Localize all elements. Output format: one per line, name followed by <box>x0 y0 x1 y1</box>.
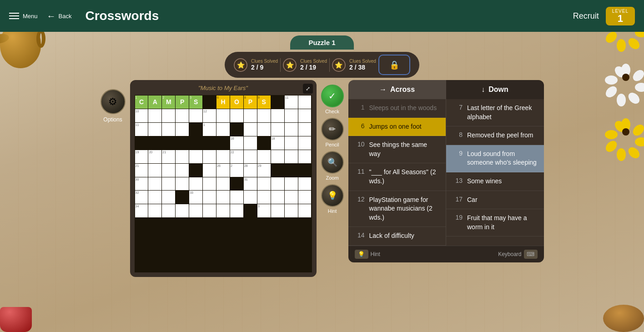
puzzle-tab[interactable]: Puzzle 1 <box>290 35 353 50</box>
cell-7-11[interactable] <box>271 177 284 191</box>
cell-3-3[interactable] <box>162 123 175 136</box>
cell-2-13[interactable] <box>298 109 312 122</box>
cell-5-2[interactable]: 20 <box>148 150 161 163</box>
tab-down[interactable]: ↓ Down <box>446 80 544 99</box>
cell-1-1[interactable]: 1C <box>135 96 148 109</box>
cell-2-1[interactable]: 10 <box>135 109 148 122</box>
cell-9-6[interactable] <box>203 204 216 217</box>
down-clue-13[interactable]: 13 Some wines <box>446 172 544 191</box>
cell-1-8[interactable]: O <box>230 96 243 109</box>
expand-button[interactable]: ⤢ <box>303 84 313 94</box>
crossword-grid[interactable]: 1C A 2M P 3S 6H O 8P 9S 11 10 12 <box>135 95 312 272</box>
menu-button[interactable] <box>9 13 19 19</box>
cell-9-11[interactable] <box>271 204 284 217</box>
cell-9-3[interactable] <box>162 204 175 217</box>
cell-6-9[interactable]: 28 <box>244 164 257 177</box>
cell-2-7[interactable] <box>216 109 230 122</box>
cell-5-5[interactable] <box>189 150 202 163</box>
check-tool[interactable]: ✓ Check <box>321 85 344 114</box>
cell-7-3[interactable] <box>162 177 175 191</box>
cell-5-10[interactable] <box>257 150 271 163</box>
cell-8-6[interactable] <box>203 191 216 204</box>
cell-8-10[interactable] <box>257 191 271 204</box>
across-clue-6[interactable]: 6 Jumps on one foot <box>348 118 446 136</box>
cell-4-11[interactable]: 18 <box>271 136 284 150</box>
cell-8-5[interactable]: 33 <box>189 191 202 204</box>
cell-9-1[interactable]: 34 <box>135 204 148 217</box>
cell-5-11[interactable] <box>271 150 284 163</box>
cell-3-2[interactable] <box>148 123 161 136</box>
cell-6-3[interactable] <box>162 164 175 177</box>
across-clue-1[interactable]: 1 Sleeps out in the woods <box>348 99 446 118</box>
cell-5-9[interactable] <box>244 150 257 163</box>
cell-8-13[interactable] <box>298 191 312 204</box>
cell-1-9[interactable]: 8P <box>244 96 257 109</box>
cell-5-4[interactable] <box>176 150 189 163</box>
cell-7-1[interactable]: 30 <box>135 177 148 191</box>
cell-8-12[interactable] <box>285 191 298 204</box>
cell-1-10[interactable]: 9S <box>257 96 271 109</box>
cell-2-5[interactable] <box>189 109 202 122</box>
cell-5-13[interactable] <box>298 150 312 163</box>
cell-7-9[interactable]: 31 <box>244 177 257 191</box>
zoom-tool[interactable]: 🔍 Zoom <box>321 151 344 181</box>
cell-6-8[interactable]: 2 <box>230 164 243 177</box>
cell-2-10[interactable] <box>257 109 271 122</box>
cell-6-10[interactable]: 29 <box>257 164 271 177</box>
cell-9-7[interactable] <box>216 204 230 217</box>
cell-5-6[interactable] <box>203 150 216 163</box>
cell-1-5[interactable]: 3S <box>189 96 202 109</box>
across-clue-11[interactable]: 11 "___ for All Seasons" (2 wds.) <box>348 163 446 191</box>
cell-9-8[interactable] <box>230 204 243 217</box>
cell-7-10[interactable] <box>257 177 271 191</box>
cell-2-8[interactable] <box>230 109 243 122</box>
cell-3-10[interactable] <box>257 123 271 136</box>
down-clue-7[interactable]: 7 Last letter of the Greek alphabet <box>446 99 544 126</box>
down-clue-17[interactable]: 17 Car <box>446 191 544 210</box>
cell-9-13[interactable] <box>298 204 312 217</box>
cell-6-6[interactable] <box>203 164 216 177</box>
down-clue-9[interactable]: 9 Loud sound from someone who's sleeping <box>446 145 544 172</box>
cell-5-3[interactable]: 21 <box>162 150 175 163</box>
cell-4-9[interactable] <box>244 136 257 150</box>
cell-6-2[interactable] <box>148 164 161 177</box>
cell-4-12[interactable] <box>285 136 298 150</box>
cell-6-1[interactable]: 21 <box>135 164 148 177</box>
cell-2-6[interactable]: 12 <box>203 109 216 122</box>
cell-7-4[interactable] <box>176 177 189 191</box>
cell-7-2[interactable] <box>148 177 161 191</box>
hint-tool[interactable]: 💡 Hint <box>321 184 344 214</box>
cell-9-12[interactable] <box>285 204 298 217</box>
cell-8-7[interactable] <box>216 191 230 204</box>
cell-8-2[interactable] <box>148 191 161 204</box>
cell-4-8[interactable]: 16 <box>230 136 243 150</box>
cell-1-7[interactable]: 6H <box>216 96 230 109</box>
keyboard-button[interactable]: Keyboard ⌨ <box>498 250 537 259</box>
cell-1-12[interactable]: 11 <box>285 96 298 109</box>
cell-3-6[interactable]: 1 <box>203 123 216 136</box>
tab-across[interactable]: → Across <box>348 80 446 99</box>
options-button[interactable]: ⚙ <box>101 89 126 114</box>
cell-4-13[interactable] <box>298 136 312 150</box>
cell-9-4[interactable] <box>176 204 189 217</box>
back-button[interactable]: ← Back <box>47 11 72 21</box>
pencil-tool[interactable]: ✏ Pencil <box>321 118 344 147</box>
cell-9-5[interactable] <box>189 204 202 217</box>
cell-2-3[interactable] <box>162 109 175 122</box>
cell-1-13[interactable] <box>298 96 312 109</box>
cell-7-6[interactable] <box>203 177 216 191</box>
down-clue-19[interactable]: 19 Fruit that may have a worm in it <box>446 209 544 236</box>
cell-8-1[interactable]: 32 <box>135 191 148 204</box>
cell-3-13[interactable] <box>298 123 312 136</box>
cell-5-1[interactable]: 19 <box>135 150 148 163</box>
cell-3-11[interactable] <box>271 123 284 136</box>
cell-1-2[interactable]: A <box>148 96 161 109</box>
cell-2-9[interactable] <box>244 109 257 122</box>
cell-7-12[interactable] <box>285 177 298 191</box>
down-clue-8[interactable]: 8 Removed the peel from <box>446 126 544 145</box>
across-clue-10[interactable]: 10 See things the same way <box>348 136 446 163</box>
cell-9-10[interactable]: 3 <box>257 204 271 217</box>
cell-2-11[interactable] <box>271 109 284 122</box>
cell-5-12[interactable] <box>285 150 298 163</box>
cell-3-12[interactable] <box>285 123 298 136</box>
